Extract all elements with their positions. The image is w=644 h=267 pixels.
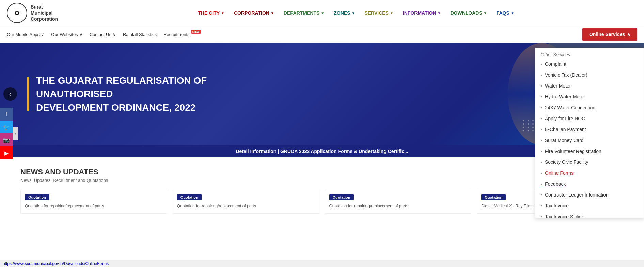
news-subtitle: News, Updates, Recruitment and Quotation… [20, 178, 624, 183]
sub-nav-rainfall[interactable]: Rainfall Statistics [123, 32, 157, 37]
nav-information[interactable]: INFORMATION ▼ [403, 10, 441, 16]
instagram-social-icon[interactable]: 📷 [0, 134, 13, 146]
dropdown-contractor-ledger[interactable]: › Contractor Ledger Information [535, 189, 644, 200]
header: ⚙ Surat Municipal Corporation THE CITY ▼… [0, 0, 644, 26]
social-sidebar: f 🐦 📷 ▶ [0, 108, 13, 159]
left-panel-toggle[interactable]: ‹ [13, 127, 18, 140]
quotation-badge-4: Quotation [481, 194, 506, 200]
chevron-right-icon: › [541, 203, 542, 208]
news-card-text-2: Quotation for repairing/replacement of p… [177, 203, 315, 209]
nav-the-city[interactable]: THE CITY ▼ [198, 10, 224, 16]
youtube-social-icon[interactable]: ▶ [0, 146, 13, 159]
dropdown-money-card[interactable]: › Surat Money Card [535, 135, 644, 146]
quotation-badge-3: Quotation [329, 194, 354, 200]
dropdown-vehicle-tax[interactable]: › Vehicle Tax (Dealer) [535, 69, 644, 80]
news-title: NEWS AND UPDATES [20, 168, 624, 176]
logo-emblem: ⚙ [7, 3, 27, 23]
hero-title: THE GUJARAT REGULARISATION OF UNAUTHORIS… [36, 74, 240, 114]
chevron-right-icon: › [541, 105, 542, 110]
chevron-down-icon: ▼ [484, 11, 487, 15]
nav-zones[interactable]: ZONES ▼ [334, 10, 355, 16]
hero-accent-bar [27, 77, 29, 111]
news-card-2: Quotation Quotation for repairing/replac… [173, 190, 319, 214]
chevron-down-icon: ∨ [79, 32, 83, 37]
dropdown-society-civic[interactable]: › Society Civic Facility [535, 157, 644, 168]
chevron-right-icon: › [541, 182, 542, 186]
chevron-right-icon: › [541, 73, 542, 77]
dropdown-hydro-water-meter[interactable]: › Hydro Water Meter [535, 91, 644, 102]
main-nav: THE CITY ▼ CORPORATION ▼ DEPARTMENTS ▼ Z… [75, 10, 637, 16]
news-card-1: Quotation Quotation for repairing/replac… [20, 190, 167, 214]
chevron-down-icon: ▼ [221, 11, 224, 15]
chevron-right-icon: › [541, 138, 542, 143]
chevron-right-icon: › [541, 83, 542, 88]
new-badge: NEW [191, 30, 201, 34]
dropdown-water-connection[interactable]: › 24X7 Water Connection [535, 102, 644, 113]
chevron-right-icon: › [541, 171, 542, 175]
sub-nav: Our Mobile Apps ∨ Our Websites ∨ Contact… [0, 26, 644, 43]
online-services-button[interactable]: Online Services ∧ [582, 28, 637, 41]
sub-nav-contact-us[interactable]: Contact Us ∨ [90, 32, 116, 37]
dropdown-feedback[interactable]: › Feedback [535, 178, 644, 189]
news-card-3: Quotation Quotation for repairing/replac… [325, 190, 472, 214]
chevron-right-icon: › [541, 127, 542, 132]
dropdown-echallan[interactable]: › E-Challan Payment [535, 124, 644, 135]
nav-services[interactable]: SERVICES ▼ [364, 10, 393, 16]
logo-line2: Municipal [31, 10, 58, 16]
chevron-right-icon: › [541, 192, 542, 197]
chevron-right-icon: › [541, 94, 542, 99]
logo-line1: Surat [31, 4, 58, 10]
chevron-right-icon: › [541, 149, 542, 154]
nav-faqs[interactable]: FAQS ▼ [497, 10, 514, 16]
chevron-right-icon: › [541, 62, 542, 66]
chevron-down-icon: ▼ [438, 11, 441, 15]
twitter-social-icon[interactable]: 🐦 [0, 121, 13, 134]
chevron-down-icon: ▼ [351, 11, 355, 15]
nav-departments[interactable]: DEPARTMENTS ▼ [284, 10, 324, 16]
nav-corporation[interactable]: CORPORATION ▼ [234, 10, 274, 16]
news-card-text-1: Quotation for repairing/replacement of p… [25, 203, 163, 209]
sub-nav-recruitments[interactable]: Recruitments NEW [163, 32, 201, 37]
quotation-badge-1: Quotation [25, 194, 49, 200]
dropdown-tax-invoice-sitilink[interactable]: › Tax Invoice Sitilink [535, 211, 644, 218]
chevron-down-icon: ▼ [321, 11, 324, 15]
online-services-dropdown: Other Services › Complaint › Vehicle Tax… [535, 48, 644, 218]
logo-line3: Corporation [31, 16, 58, 22]
quotation-badge-2: Quotation [177, 194, 202, 200]
news-card-text-3: Quotation for repairing/replacement of p… [329, 203, 467, 209]
chevron-right-icon: › [541, 160, 542, 164]
chevron-right-icon: › [541, 116, 542, 121]
facebook-social-icon[interactable]: f [0, 108, 13, 121]
logo-area: ⚙ Surat Municipal Corporation [7, 3, 75, 23]
chevron-down-icon: ∨ [41, 32, 44, 37]
dropdown-section-title: Other Services [535, 51, 644, 59]
sub-nav-our-websites[interactable]: Our Websites ∨ [51, 32, 83, 37]
dropdown-fire-volunteer[interactable]: › Fire Volunteer Registration [535, 146, 644, 157]
dropdown-complaint[interactable]: › Complaint [535, 59, 644, 69]
sub-nav-mobile-apps[interactable]: Our Mobile Apps ∨ [7, 32, 44, 37]
chevron-up-icon: ∧ [627, 32, 630, 37]
dropdown-tax-invoice[interactable]: › Tax Invoice [535, 200, 644, 211]
dropdown-water-meter[interactable]: › Water Meter [535, 80, 644, 91]
logo-text: Surat Municipal Corporation [31, 4, 58, 22]
chevron-down-icon: ▼ [511, 11, 514, 15]
chevron-down-icon: ▼ [271, 11, 274, 15]
dropdown-fire-noc[interactable]: › Apply for Fire NOC [535, 113, 644, 124]
chevron-right-icon: › [541, 214, 542, 218]
chevron-down-icon: ∨ [113, 32, 116, 37]
news-cards-grid: Quotation Quotation for repairing/replac… [20, 190, 624, 214]
chevron-down-icon: ▼ [390, 11, 393, 15]
dropdown-online-forms[interactable]: › Online Forms [535, 168, 644, 178]
nav-downloads[interactable]: DOWNLOADS ▼ [450, 10, 487, 16]
